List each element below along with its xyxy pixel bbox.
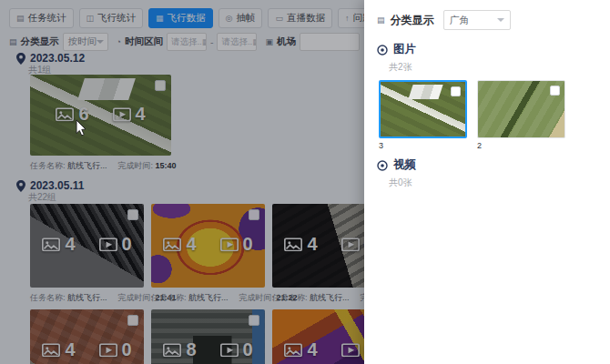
video-count-value: 4 <box>136 104 146 125</box>
circle-dot-icon <box>377 160 388 171</box>
task-label: 任务名称: <box>30 293 66 302</box>
photo-count-value: 4 <box>307 339 317 360</box>
photo-count-value: 8 <box>186 339 196 360</box>
panel-header: ▤ 分类显示 广角 <box>377 10 597 30</box>
date-end-input[interactable]: 请选择.. ▦ <box>217 33 257 51</box>
card-checkbox[interactable] <box>155 80 166 91</box>
tab-flight-data[interactable]: ▦ 飞行数据 <box>148 8 213 28</box>
flight-record-card[interactable]: 4 0 <box>272 204 364 288</box>
photo-count: 6 <box>56 104 88 125</box>
photo-icon <box>56 107 74 121</box>
location-pin-icon <box>16 180 25 192</box>
images-section-label: 图片 <box>393 42 416 57</box>
category-icon: ▤ <box>377 16 385 25</box>
flight-record-card[interactable]: 8 0 <box>151 309 265 364</box>
flight-record-card[interactable]: 4 0 <box>272 309 364 364</box>
image-thumbnail-selected[interactable] <box>379 80 467 138</box>
video-count: 0 <box>220 234 253 255</box>
video-count: 0 <box>220 339 253 360</box>
finish-time: 15:40 <box>156 161 177 170</box>
tab-label: 抽帧 <box>236 12 255 25</box>
video-count: 0 <box>341 339 365 360</box>
panel-category-label: 分类显示 <box>391 13 434 28</box>
date-end-placeholder: 请选择.. <box>221 36 252 48</box>
task-label: 任务名称: <box>151 293 187 302</box>
flight-record-card[interactable]: 4 0 <box>30 309 144 364</box>
card-checkbox[interactable] <box>249 315 259 326</box>
tab-live-data[interactable]: ▭ 直播数据 <box>268 8 332 28</box>
image-thumb-wrap: 3 <box>379 80 467 150</box>
video-count: 0 <box>341 234 365 255</box>
tab-label: 直播数据 <box>287 12 325 25</box>
flight-record-card[interactable]: 4 0 <box>151 204 265 288</box>
photo-icon <box>163 343 181 357</box>
photo-count: 4 <box>284 339 317 360</box>
video-count: 4 <box>113 104 146 125</box>
photo-count-value: 4 <box>186 234 196 255</box>
category-icon: ▤ <box>9 38 17 46</box>
calendar-icon: ▦ <box>252 37 257 46</box>
photo-icon <box>284 238 302 251</box>
task-label: 任务名称: <box>30 161 66 170</box>
tab-flight-stats[interactable]: ◫ 飞行统计 <box>79 8 144 28</box>
photo-count: 4 <box>163 234 196 255</box>
thumb-index-label: 3 <box>379 141 467 150</box>
tab-label: 飞行数据 <box>168 12 206 25</box>
video-count: 0 <box>99 234 132 255</box>
circle-dot-icon <box>377 45 388 56</box>
tab-label: 飞行统计 <box>97 12 136 25</box>
panel-category-value: 广角 <box>450 14 470 27</box>
video-count-value: 0 <box>243 339 253 360</box>
top-tab-bar: ▤ 任务统计 ◫ 飞行统计 ▦ 飞行数据 ◎ 抽帧 ▭ 直播数据 ↑ 问题上报 <box>9 8 364 28</box>
photo-count: 4 <box>42 339 75 360</box>
flight-record-card[interactable]: 6 4 <box>30 75 171 156</box>
range-separator: - <box>210 36 214 47</box>
category-filter: ▤ 分类显示 按时间 <box>9 33 108 51</box>
tab-issue-report[interactable]: ↑ 问题上报 <box>338 8 364 28</box>
thumb-checkbox[interactable] <box>451 86 461 96</box>
category-select[interactable]: 按时间 <box>63 33 108 51</box>
photo-count: 8 <box>163 339 196 360</box>
videos-count: 共0张 <box>389 177 597 189</box>
chevron-down-icon <box>97 40 104 44</box>
calendar-icon: ▦ <box>202 37 207 46</box>
card-checkbox[interactable] <box>249 209 259 220</box>
thumb-checkbox[interactable] <box>550 86 560 96</box>
airport-input[interactable] <box>300 33 360 51</box>
video-icon <box>220 343 239 357</box>
image-thumb-wrap: 2 <box>477 80 565 150</box>
video-count-value: 0 <box>122 234 132 255</box>
time-label: 完成时间: <box>118 161 154 170</box>
video-count-value: 0 <box>122 339 132 360</box>
tab-label: 任务统计 <box>28 12 66 25</box>
tab-label: 问题上报 <box>352 12 364 25</box>
thumb-index-label: 2 <box>477 141 565 150</box>
upload-arrow-icon: ↑ <box>345 15 350 23</box>
card-checkbox[interactable] <box>127 315 138 326</box>
tab-task-stats[interactable]: ▤ 任务统计 <box>9 8 74 28</box>
card-checkbox[interactable] <box>127 209 138 220</box>
task-name: 航线飞行... <box>67 293 107 302</box>
video-icon <box>113 107 131 121</box>
panel-category-select[interactable]: 广角 <box>443 10 511 30</box>
tab-frame-extract[interactable]: ◎ 抽帧 <box>219 8 263 28</box>
photo-count: 4 <box>284 234 317 255</box>
time-label: 完成时间: <box>118 293 154 302</box>
task-name: 航线飞行... <box>188 293 229 302</box>
date-start-input[interactable]: 请选择.. ▦ <box>167 33 207 51</box>
main-content: ▤ 任务统计 ◫ 飞行统计 ▦ 飞行数据 ◎ 抽帧 ▭ 直播数据 ↑ 问题上报 <box>0 0 364 364</box>
task-name: 航线飞行... <box>67 161 107 170</box>
images-section-header: 图片 <box>377 42 597 57</box>
live-data-icon: ▭ <box>275 15 283 23</box>
chevron-down-icon <box>497 18 504 22</box>
section-date: 2023.05.12 <box>30 52 85 65</box>
video-count: 0 <box>99 339 132 360</box>
image-thumbnail[interactable] <box>477 80 565 138</box>
flight-record-card[interactable]: 4 0 <box>30 204 144 288</box>
frame-extract-icon: ◎ <box>226 15 233 23</box>
image-thumbnails: 3 2 <box>379 80 597 150</box>
media-counts: 6 4 <box>30 104 171 125</box>
filter-bar: ▤ 分类显示 按时间 ◔ 时间区间 请选择.. ▦ - 请选择.. ▦ <box>9 33 364 51</box>
videos-section-label: 视频 <box>393 157 416 173</box>
date-start-placeholder: 请选择.. <box>171 36 202 48</box>
